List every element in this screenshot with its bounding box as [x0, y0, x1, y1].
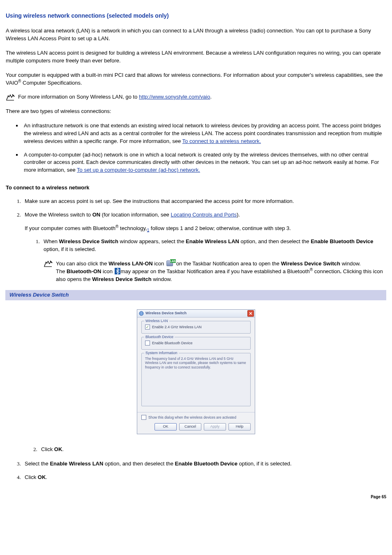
text: Select the: [25, 461, 50, 467]
close-button[interactable]: [247, 310, 254, 317]
text-bold: Wireless Device Switch: [92, 276, 151, 282]
dialog-footer-checkbox[interactable]: Show this dialog when the wireless devic…: [137, 412, 255, 421]
text: option, if it is selected.: [238, 461, 292, 467]
apply-button[interactable]: Apply: [204, 423, 226, 431]
internal-link[interactable]: To set up a computer-to-computer (ad-hoc…: [77, 167, 200, 173]
page-number: Page 65: [371, 494, 386, 500]
text: connection: [313, 268, 340, 274]
step-item: Move the Wireless switch to ON (for loca…: [22, 211, 386, 283]
text-bold: OK: [54, 446, 62, 452]
group-legend: System Information: [144, 350, 179, 356]
text-bold: Wireless Device Switch: [59, 238, 118, 244]
paragraph: Your computer is equipped with a built-i…: [6, 71, 386, 87]
step-body: Make sure an access point is set up. See…: [25, 198, 386, 205]
dialog-title: Wireless Device Switch: [145, 311, 247, 316]
wireless-lan-group: Wireless LAN ✓ Enable 2.4 GHz Wireless L…: [141, 321, 251, 334]
text: .: [210, 94, 212, 100]
cancel-button[interactable]: Cancel: [179, 423, 201, 431]
substeps-list: When Wireless Device Switch window appea…: [25, 238, 386, 283]
note: For more information on Sony Wireless LA…: [6, 93, 386, 101]
text: Move the Wireless switch to: [25, 212, 92, 218]
step-item: Click OK.: [22, 474, 386, 481]
external-link[interactable]: http://www.sonystyle.com/vaio: [139, 94, 210, 100]
checkbox-row[interactable]: Enable Bluetooth Device: [145, 341, 247, 346]
steps-list: Make sure an access point is set up. See…: [6, 198, 386, 283]
section-heading: Using wireless network connections (sele…: [6, 12, 386, 20]
dialog-titlebar: Wireless Device Switch: [137, 310, 255, 318]
step-body: If your computer comes with Bluetooth® t…: [25, 225, 386, 233]
paragraph: There are two types of wireless connecti…: [6, 108, 386, 115]
text: ).: [237, 212, 240, 218]
ok-button[interactable]: OK: [154, 423, 177, 431]
app-icon: [139, 311, 144, 316]
close-icon: [249, 312, 252, 315]
text-bold: Enable Bluetooth Device: [311, 238, 373, 244]
bluetooth-on-tray-icon: [115, 268, 120, 274]
paragraph: A wireless local area network (LAN) is a…: [6, 27, 386, 43]
checkbox-label: Enable Bluetooth Device: [152, 341, 193, 346]
text: option, if it is selected.: [44, 246, 96, 252]
text: option, and then deselect the: [239, 238, 311, 244]
text: may appear on the Taskbar Notification a…: [121, 268, 310, 274]
text: You can also click the: [56, 260, 108, 267]
help-button[interactable]: Help: [228, 423, 251, 431]
document-page: Using wireless network connections (sele…: [0, 0, 392, 504]
step-body: Move the Wireless switch to ON (for loca…: [25, 211, 386, 219]
connection-types-list: An infrastructure network is one that ex…: [6, 122, 386, 174]
text-bold: ON: [92, 212, 101, 218]
internal-link[interactable]: To connect to a wireless network.: [182, 138, 261, 144]
handwriting-note-icon: [44, 260, 53, 267]
checkbox-icon: [145, 341, 150, 345]
list-item: An infrastructure network is one that ex…: [22, 122, 386, 145]
system-info-text: The frequency band of 2.4 GHz Wireless L…: [145, 357, 247, 370]
lan-badge: LAN: [170, 259, 176, 263]
text: When: [44, 238, 59, 244]
text: technology,: [118, 225, 147, 231]
checkbox-row[interactable]: ✓ Enable 2.4 GHz Wireless LAN: [145, 325, 247, 330]
text: .: [62, 446, 64, 452]
text: .: [46, 474, 47, 480]
subsection-heading: To connect to a wireless network: [6, 184, 386, 192]
wireless-lan-on-tray-icon: LAN: [166, 259, 176, 267]
dialog-body: Wireless LAN ✓ Enable 2.4 GHz Wireless L…: [137, 318, 255, 412]
text: icon: [153, 260, 166, 267]
handwriting-note-icon: [6, 94, 15, 101]
list-item: A computer-to-computer (ad-hoc) network …: [22, 151, 386, 175]
step-item: Make sure an access point is set up. See…: [22, 198, 386, 205]
group-legend: Wireless LAN: [144, 318, 169, 324]
registered-mark: ®: [310, 267, 313, 272]
text: window.: [340, 260, 361, 267]
note-text: You can also click the Wireless LAN-ON i…: [56, 259, 386, 283]
checkbox-label: Enable 2.4 GHz Wireless LAN: [152, 325, 202, 330]
checkbox-icon: ✓: [145, 325, 150, 329]
text-bold: Enable Wireless LAN: [186, 238, 239, 244]
step-item: Select the Enable Wireless LAN option, a…: [22, 460, 386, 468]
text: Click: [25, 474, 38, 480]
substep-body: When Wireless Device Switch window appea…: [44, 238, 386, 253]
text: Computer Specifications.: [21, 80, 82, 86]
text: window appears, select the: [118, 238, 186, 244]
text: follow steps 1 and 2 below; otherwise, c…: [149, 225, 291, 231]
group-legend: Bluetooth Device: [144, 334, 175, 340]
text-bold: Wireless Device Switch: [281, 260, 340, 267]
text: icon: [101, 268, 114, 274]
text: on the Taskbar Notification area to open…: [176, 260, 281, 267]
text-bold: Bluetooth-ON: [67, 268, 101, 274]
internal-link[interactable]: Locating Controls and Ports: [171, 212, 236, 218]
text: If your computer comes with Bluetooth: [25, 225, 115, 231]
system-information-group: System Information The frequency band of…: [141, 353, 251, 406]
text-bold: Enable Bluetooth Device: [175, 461, 238, 467]
substep-item: Click OK.: [39, 446, 386, 454]
checkbox-label: Show this dialog when the wireless devic…: [148, 415, 236, 420]
steps-continued: Select the Enable Wireless LAN option, a…: [6, 460, 386, 481]
text: For more information on Sony Wireless LA…: [18, 94, 139, 100]
text-bold: Wireless LAN-ON: [108, 260, 153, 267]
wireless-device-switch-dialog: Wireless Device Switch Wireless LAN ✓ En…: [137, 309, 255, 434]
dialog-figure: Wireless Device Switch Wireless LAN ✓ En…: [6, 309, 386, 434]
figure-caption: Wireless Device Switch: [5, 290, 386, 300]
text: (for location information, see: [100, 212, 171, 218]
paragraph: The wireless LAN access point is designe…: [6, 49, 386, 65]
text: Click: [41, 446, 54, 452]
checkbox-icon: [141, 415, 146, 420]
substep-item: When Wireless Device Switch window appea…: [41, 238, 386, 283]
